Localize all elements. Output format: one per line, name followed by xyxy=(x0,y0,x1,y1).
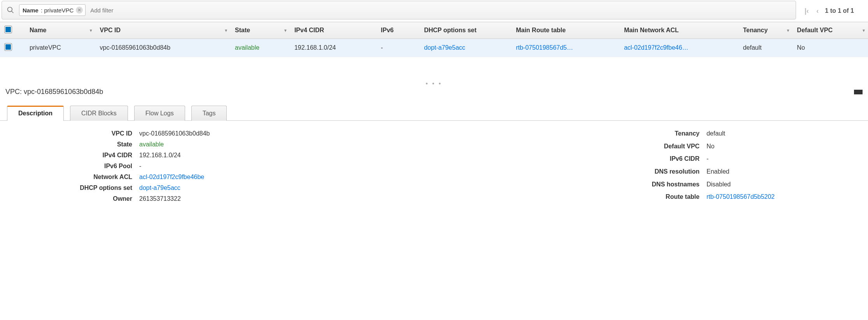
col-name[interactable]: Name▼ xyxy=(25,22,95,39)
val-dnshost: Disabled xyxy=(707,181,775,188)
chevron-down-icon: ▼ xyxy=(862,28,866,33)
add-filter-input[interactable] xyxy=(89,5,793,15)
col-main-rt[interactable]: Main Route table xyxy=(511,22,620,39)
cell-state: available xyxy=(230,39,290,57)
lbl-dnshost: DNS hostnames xyxy=(622,181,700,188)
chevron-down-icon: ▼ xyxy=(284,28,287,33)
minimize-icon[interactable] xyxy=(854,90,863,94)
cell-main-rt[interactable]: rtb-0750198567d5… xyxy=(511,39,620,57)
val-ipv6cidr: - xyxy=(707,155,775,162)
svg-line-1 xyxy=(12,11,14,13)
tab-description[interactable]: Description xyxy=(7,106,64,121)
val-default: No xyxy=(707,143,775,150)
checkbox-icon[interactable] xyxy=(5,26,12,33)
filter-chip-name[interactable]: Name : privateVPC ✕ xyxy=(19,4,86,16)
val-tenancy: default xyxy=(707,130,775,137)
col-dhcp[interactable]: DHCP options set xyxy=(419,22,511,39)
lbl-ipv4: IPv4 CIDR xyxy=(54,152,132,159)
pagination: |‹ ‹ 1 to 1 of 1 › xyxy=(800,7,868,15)
col-checkbox[interactable] xyxy=(0,22,25,39)
filter-chip-key: Name xyxy=(23,7,38,14)
col-ipv4[interactable]: IPv4 CIDR xyxy=(290,22,376,39)
filter-chip-value: privateVPC xyxy=(44,7,74,14)
val-acl[interactable]: acl-02d197f2c9fbe46be xyxy=(139,174,210,181)
lbl-vpc-id: VPC ID xyxy=(54,130,132,137)
val-dhcp[interactable]: dopt-a79e5acc xyxy=(139,184,210,191)
detail-title-value: vpc-01685961063b0d84b xyxy=(24,88,103,96)
close-icon[interactable]: ✕ xyxy=(76,7,83,14)
cell-name: privateVPC xyxy=(25,39,95,57)
cell-tenancy: default xyxy=(738,39,792,57)
col-main-acl[interactable]: Main Network ACL xyxy=(620,22,738,39)
col-default-vpc[interactable]: Default VPC▼ xyxy=(792,22,868,39)
resize-handle-icon[interactable]: ● ● ● xyxy=(0,80,868,85)
pagination-text: 1 to 1 of 1 xyxy=(825,7,854,14)
lbl-dnsres: DNS resolution xyxy=(622,168,700,175)
cell-main-acl[interactable]: acl-02d197f2c9fbe46… xyxy=(620,39,738,57)
col-ipv6[interactable]: IPv6 xyxy=(376,22,419,39)
tab-tags[interactable]: Tags xyxy=(191,106,227,121)
cell-ipv4: 192.168.1.0/24 xyxy=(290,39,376,57)
table-row[interactable]: privateVPC vpc-01685961063b0d84b availab… xyxy=(0,39,868,57)
col-tenancy[interactable]: Tenancy▼ xyxy=(738,22,792,39)
lbl-rt: Route table xyxy=(622,193,700,200)
val-state: available xyxy=(139,141,210,148)
tab-flow-logs[interactable]: Flow Logs xyxy=(134,106,185,121)
svg-point-0 xyxy=(8,7,12,12)
lbl-tenancy: Tenancy xyxy=(622,130,700,137)
detail-title: VPC: vpc-01685961063b0d84b xyxy=(5,88,103,96)
col-state[interactable]: State▼ xyxy=(230,22,290,39)
table-header-row: Name▼ VPC ID▼ State▼ IPv4 CIDR IPv6 DHCP… xyxy=(0,22,868,39)
checkbox-icon[interactable] xyxy=(5,43,12,50)
val-owner: 261353713322 xyxy=(139,195,210,202)
chevron-down-icon: ▼ xyxy=(224,28,228,33)
cell-vpc-id: vpc-01685961063b0d84b xyxy=(95,39,230,57)
lbl-default: Default VPC xyxy=(622,143,700,150)
val-rt[interactable]: rtb-0750198567d5b5202 xyxy=(707,193,775,200)
tabs: Description CIDR Blocks Flow Logs Tags xyxy=(0,105,868,121)
cell-default-vpc: No xyxy=(792,39,868,57)
val-vpc-id: vpc-01685961063b0d84b xyxy=(139,130,210,137)
lbl-owner: Owner xyxy=(54,195,132,202)
chevron-down-icon: ▼ xyxy=(786,28,790,33)
cell-ipv6: - xyxy=(376,39,419,57)
lbl-acl: Network ACL xyxy=(54,174,132,181)
lbl-dhcp: DHCP options set xyxy=(54,184,132,191)
chevron-down-icon: ▼ xyxy=(89,28,93,33)
search-icon xyxy=(5,5,16,16)
vpc-table: Name▼ VPC ID▼ State▼ IPv4 CIDR IPv6 DHCP… xyxy=(0,22,868,57)
tab-cidr-blocks[interactable]: CIDR Blocks xyxy=(70,106,128,121)
description-panel: VPC ID vpc-01685961063b0d84b State avail… xyxy=(0,121,868,218)
filter-chip-sep: : xyxy=(39,7,44,14)
lbl-state: State xyxy=(54,141,132,148)
prev-page-icon[interactable]: ‹ xyxy=(814,7,821,15)
val-dnsres: Enabled xyxy=(707,168,775,175)
val-ipv4: 192.168.1.0/24 xyxy=(139,152,210,159)
col-vpc-id[interactable]: VPC ID▼ xyxy=(95,22,230,39)
detail-title-label: VPC: xyxy=(5,88,22,96)
val-ipv6pool: - xyxy=(139,163,210,170)
lbl-ipv6cidr: IPv6 CIDR xyxy=(622,155,700,162)
lbl-ipv6pool: IPv6 Pool xyxy=(54,163,132,170)
cell-dhcp[interactable]: dopt-a79e5acc xyxy=(419,39,511,57)
first-page-icon[interactable]: |‹ xyxy=(803,7,810,15)
